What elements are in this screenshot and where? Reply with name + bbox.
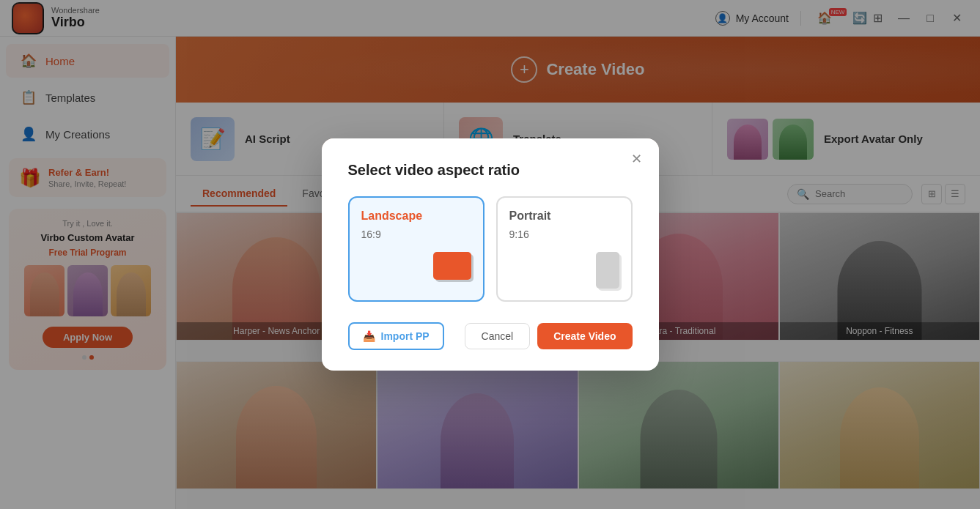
landscape-option[interactable]: Landscape 16:9 [348,196,485,302]
modal-overlay[interactable]: ✕ Select video aspect ratio Landscape 16… [0,0,980,509]
landscape-ratio: 16:9 [361,229,471,240]
portrait-icon [596,252,619,289]
create-video-button-modal[interactable]: Create Video [537,323,632,349]
modal-actions: 📥 Import PP Cancel Create Video [348,322,633,350]
portrait-option[interactable]: Portrait 9:16 [496,196,633,302]
landscape-label: Landscape [361,209,471,223]
portrait-label: Portrait [509,209,619,223]
import-icon: 📥 [363,330,375,342]
import-btn-label: Import PP [381,330,430,342]
cancel-button[interactable]: Cancel [465,323,531,349]
modal-close-button[interactable]: ✕ [627,149,647,169]
action-buttons: Cancel Create Video [465,323,633,349]
landscape-icon [433,252,471,280]
aspect-options: Landscape 16:9 Portrait 9:16 [348,196,633,302]
modal-title: Select video aspect ratio [348,162,633,179]
portrait-ratio: 9:16 [509,229,619,240]
aspect-ratio-modal: ✕ Select video aspect ratio Landscape 16… [322,138,659,371]
import-pp-button[interactable]: 📥 Import PP [348,322,444,350]
